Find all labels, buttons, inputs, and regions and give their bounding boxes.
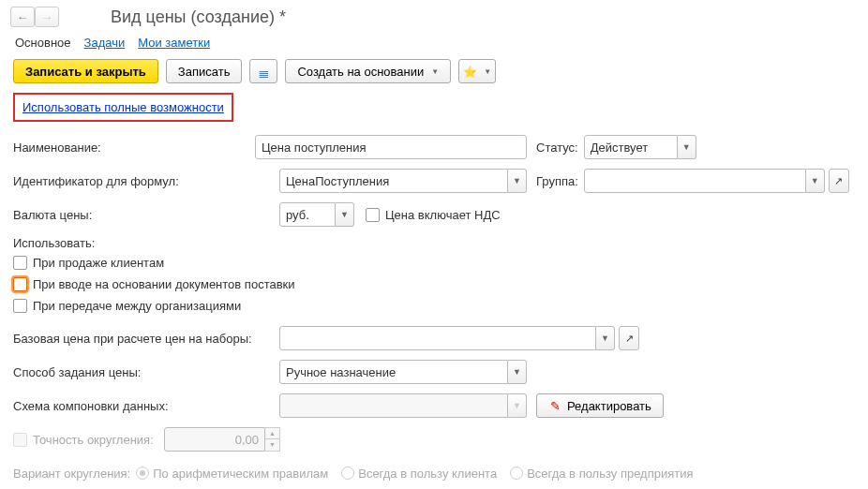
data-schema-dropdown-button: ▼ [508,393,527,418]
use-transfer-label: При передаче между организациями [33,299,241,313]
full-capabilities-highlight: Использовать полные возможности [13,93,233,122]
base-price-dropdown-button[interactable]: ▼ [596,326,615,350]
group-dropdown-button[interactable]: ▼ [806,169,825,193]
group-input[interactable] [584,169,806,193]
base-price-label: Базовая цена при расчете цен на наборы: [13,332,279,346]
name-input[interactable] [255,135,527,159]
round-client-radio [341,467,354,480]
use-sale-label: При продаже клиентам [33,256,164,270]
favorites-button[interactable]: ▼ [458,59,496,83]
nav-back-button[interactable]: ← [10,7,35,27]
formula-id-dropdown-button[interactable]: ▼ [508,169,527,193]
page-title: Вид цены (создание) * [111,7,286,27]
round-company-label: Всегда в пользу предприятия [527,467,693,481]
edit-button[interactable]: Редактировать [536,393,664,418]
currency-input[interactable] [279,202,336,227]
formula-id-label: Идентификатор для формул: [13,174,279,188]
full-capabilities-link[interactable]: Использовать полные возможности [22,100,224,114]
group-label: Группа: [536,174,578,188]
currency-label: Валюта цены: [13,208,279,222]
nav-forward-button[interactable]: → [35,7,59,27]
round-company-radio [510,467,523,480]
price-method-dropdown-button[interactable]: ▼ [508,360,527,384]
data-schema-label: Схема компоновки данных: [13,399,279,413]
precision-label: Точность округления: [33,433,164,447]
status-dropdown-button[interactable]: ▼ [678,135,696,159]
use-section-label: Использовать: [13,236,855,250]
round-arith-radio [136,467,149,480]
name-label: Наименование: [13,141,255,155]
base-price-open-button[interactable]: ↗ [619,326,639,350]
price-method-label: Способ задания цены: [13,365,279,379]
create-based-on-button[interactable]: Создать на основании▼ [285,59,451,83]
use-supply-checkbox[interactable] [13,277,27,291]
list-view-button[interactable] [249,59,277,83]
tab-main[interactable]: Основное [15,36,71,50]
star-icon [463,65,476,78]
round-client-label: Всегда в пользу клиента [358,467,497,481]
use-sale-checkbox[interactable] [13,256,27,270]
chevron-down-icon: ▼ [484,67,491,76]
price-method-input[interactable] [279,360,508,384]
status-input[interactable] [584,135,678,159]
use-transfer-checkbox[interactable] [13,299,27,313]
status-label: Статус: [536,141,578,155]
currency-dropdown-button[interactable]: ▼ [336,202,354,227]
vat-included-label: Цена включает НДС [385,208,501,222]
group-open-button[interactable]: ↗ [829,169,849,193]
tab-tasks[interactable]: Задачи [84,36,126,50]
rounding-label: Вариант округления: [13,467,130,481]
save-button[interactable]: Записать [166,59,243,83]
data-schema-input [279,393,508,418]
tab-notes[interactable]: Мои заметки [138,36,210,50]
chevron-down-icon: ▼ [431,67,439,76]
precision-checkbox [13,433,27,447]
vat-included-checkbox[interactable] [366,208,380,222]
list-icon [257,65,270,78]
precision-input [164,427,265,452]
pencil-icon [548,399,561,412]
round-arith-label: По арифметическим правилам [153,467,328,481]
use-supply-label: При вводе на основании документов постав… [33,277,295,291]
precision-spinner: ▲▼ [265,427,280,452]
formula-id-input[interactable] [279,169,508,193]
base-price-input[interactable] [279,326,596,350]
save-and-close-button[interactable]: Записать и закрыть [13,59,158,83]
